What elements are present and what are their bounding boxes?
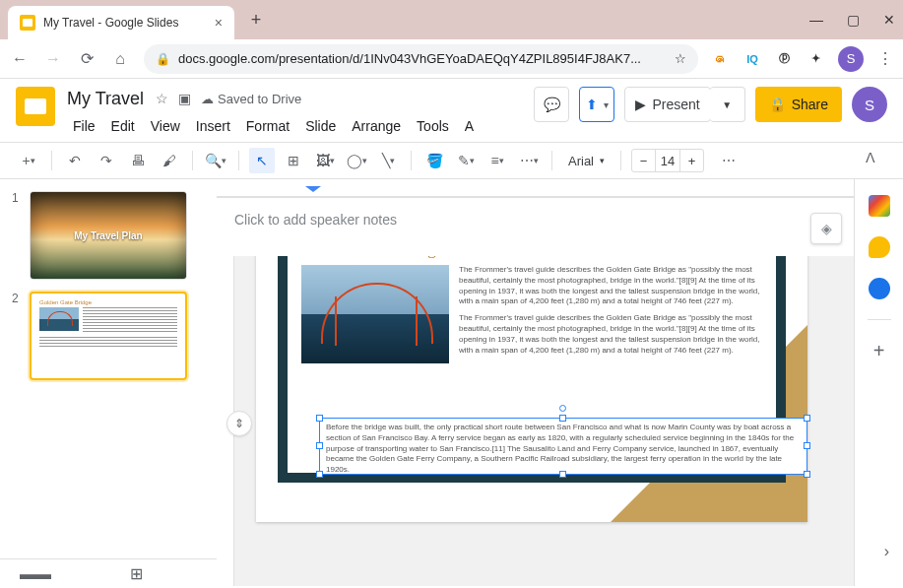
menu-edit[interactable]: Edit	[105, 116, 141, 136]
upload-icon: ⬆	[586, 97, 598, 112]
font-size-increase[interactable]: +	[679, 150, 703, 171]
chrome-menu-icon[interactable]: ⋮	[877, 49, 893, 68]
extensions-puzzle-icon[interactable]: ✦	[806, 50, 824, 68]
resize-handle-tl[interactable]	[316, 415, 323, 422]
extensions-area: ෧ IQ ⓟ ✦ S ⋮	[712, 46, 893, 72]
share-button[interactable]: 🔒Share	[755, 87, 842, 122]
extension-icon-1[interactable]: ෧	[712, 50, 730, 68]
extension-icon-iq[interactable]: IQ	[743, 50, 761, 68]
new-slide-button[interactable]: +▾	[16, 148, 41, 173]
upload-button[interactable]: ⬆▾	[579, 87, 614, 122]
resize-handle-bl[interactable]	[316, 471, 323, 478]
slide-thumbnail-2[interactable]: Golden Gate Bridge	[30, 292, 187, 380]
explore-button[interactable]: ◈	[810, 213, 842, 244]
browser-tab[interactable]: My Travel - Google Slides ×	[8, 6, 234, 39]
new-tab-button[interactable]: +	[242, 6, 270, 33]
border-weight-button[interactable]: ≡▾	[484, 148, 510, 173]
thumbnail-row: 2 Golden Gate Bridge	[12, 292, 205, 380]
add-panel-icon[interactable]: +	[873, 340, 885, 362]
maximize-button[interactable]: ▢	[847, 12, 860, 28]
textbox-tool[interactable]: ⊞	[281, 148, 306, 173]
font-size-value[interactable]: 14	[656, 154, 679, 168]
border-color-button[interactable]: ✎▾	[453, 148, 479, 173]
resize-handle-br[interactable]	[804, 471, 810, 478]
show-side-panel-icon[interactable]: ›	[884, 543, 889, 560]
font-family-selector[interactable]: Arial▾	[562, 154, 611, 168]
grid-view-icon[interactable]: ⊞	[130, 564, 143, 583]
line-tool[interactable]: ╲▾	[375, 148, 401, 173]
calendar-icon[interactable]	[869, 195, 890, 217]
slide-thumbnail-1[interactable]: My Travel Plan	[30, 191, 187, 280]
shape-tool[interactable]: ◯▾	[344, 148, 369, 173]
resize-handle-l[interactable]	[316, 442, 323, 449]
paint-format-button[interactable]: 🖌	[157, 148, 182, 173]
rotate-handle[interactable]	[559, 405, 566, 412]
fill-color-button[interactable]: 🪣	[421, 148, 447, 173]
menu-more[interactable]: A	[459, 116, 480, 136]
minimize-button[interactable]: —	[809, 12, 823, 28]
explore-icon: ◈	[821, 221, 832, 236]
slide-body-text[interactable]: The Frommer's travel guide describes the…	[459, 265, 762, 363]
slide-image[interactable]	[301, 265, 449, 363]
lock-icon: 🔒	[156, 52, 170, 66]
keep-icon[interactable]	[869, 236, 890, 258]
slide-content-frame: Golden Gate Bridge The Frommer's travel …	[278, 219, 786, 483]
present-dropdown[interactable]: ▼	[710, 87, 745, 122]
cloud-icon: ☁	[201, 92, 214, 106]
toolbar: +▾ ↶ ↷ 🖶 🖌 🔍▾ ↖ ⊞ 🖼▾ ◯▾ ╲▾ 🪣 ✎▾ ≡▾ ⋯▾ Ar…	[0, 142, 903, 179]
resize-handle-b[interactable]	[559, 471, 566, 478]
menu-insert[interactable]: Insert	[190, 116, 236, 136]
back-button[interactable]: ←	[10, 50, 30, 68]
present-button[interactable]: ▶Present	[624, 87, 710, 122]
close-tab-icon[interactable]: ×	[215, 15, 223, 31]
menu-arrange[interactable]: Arrange	[346, 116, 407, 136]
image-tool[interactable]: 🖼▾	[312, 148, 338, 173]
comment-icon: 💬	[544, 97, 560, 112]
filmstrip-view-icon[interactable]: ▬▬	[20, 565, 51, 583]
resize-handle-t[interactable]	[559, 415, 566, 422]
zoom-button[interactable]: 🔍▾	[203, 148, 228, 173]
document-title[interactable]: My Travel	[67, 89, 144, 109]
selected-textbox[interactable]: Before the bridge was built, the only pr…	[319, 418, 807, 475]
star-icon[interactable]: ☆	[156, 91, 168, 106]
comments-button[interactable]: 💬	[534, 87, 569, 122]
autofit-handle[interactable]: ⇕	[226, 411, 252, 436]
notes-placeholder: Click to add speaker notes	[234, 212, 397, 228]
pinterest-icon[interactable]: ⓟ	[775, 50, 793, 68]
reload-button[interactable]: ⟳	[77, 49, 97, 68]
font-size-decrease[interactable]: −	[632, 150, 656, 171]
profile-avatar-small[interactable]: S	[838, 46, 864, 72]
select-tool[interactable]: ↖	[249, 148, 275, 173]
url-field[interactable]: 🔒 docs.google.com/presentation/d/1INv043…	[144, 44, 698, 74]
lock-icon: 🔒	[769, 97, 786, 112]
forward-button[interactable]: →	[43, 50, 63, 68]
bookmark-star-icon[interactable]: ☆	[675, 51, 686, 66]
home-button[interactable]: ⌂	[110, 50, 130, 68]
undo-button[interactable]: ↶	[62, 148, 88, 173]
horizontal-ruler[interactable]	[217, 179, 854, 197]
resize-handle-tr[interactable]	[804, 415, 810, 422]
menu-file[interactable]: File	[67, 116, 101, 136]
chevron-down-icon: ▼	[722, 99, 732, 110]
menu-tools[interactable]: Tools	[411, 116, 455, 136]
border-dash-button[interactable]: ⋯▾	[516, 148, 542, 173]
more-toolbar-button[interactable]: ⋯	[716, 148, 742, 173]
slide-thumbnails-panel: 1 My Travel Plan 2 Golden Gate Bridge ▬▬	[0, 179, 217, 586]
save-status[interactable]: ☁Saved to Drive	[201, 91, 301, 106]
slides-logo-icon[interactable]	[16, 87, 55, 126]
print-button[interactable]: 🖶	[125, 148, 151, 173]
slide-canvas-area: Golden Gate Bridge The Frommer's travel …	[217, 179, 854, 586]
tasks-icon[interactable]	[869, 278, 890, 299]
redo-button[interactable]: ↷	[94, 148, 119, 173]
workspace: 1 My Travel Plan 2 Golden Gate Bridge ▬▬	[0, 179, 903, 586]
menu-format[interactable]: Format	[240, 116, 295, 136]
speaker-notes[interactable]: Click to add speaker notes ◈	[217, 197, 854, 256]
resize-handle-r[interactable]	[804, 442, 810, 449]
move-icon[interactable]: ▣	[178, 91, 191, 106]
profile-avatar[interactable]: S	[852, 87, 887, 122]
collapse-toolbar-icon[interactable]: ᐱ	[866, 150, 875, 165]
menu-slide[interactable]: Slide	[299, 116, 342, 136]
close-window-button[interactable]: ✕	[883, 12, 895, 28]
font-size-control: − 14 +	[631, 149, 704, 172]
menu-view[interactable]: View	[145, 116, 186, 136]
